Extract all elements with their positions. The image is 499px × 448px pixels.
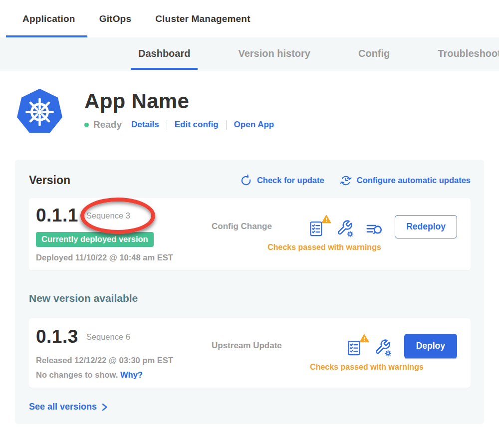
version-panel-header: Version Check for update — [29, 174, 471, 187]
refresh-icon — [240, 174, 252, 187]
nav-tab-label: Cluster Management — [155, 13, 250, 24]
version-row: 0.1.3 Sequence 6 — [36, 325, 212, 348]
subnav-tab-config[interactable]: Config — [358, 37, 390, 70]
preflight-checks-icon[interactable] — [308, 216, 328, 237]
subnav-tab-dashboard[interactable]: Dashboard — [138, 37, 190, 70]
action-row: Upstream Update — [212, 334, 457, 358]
nav-tab-gitops[interactable]: GitOps — [99, 0, 132, 37]
subnav-tab-version-history[interactable]: Version history — [238, 37, 310, 70]
details-link[interactable]: Details — [131, 120, 159, 130]
config-wrench-icon[interactable] — [374, 335, 394, 357]
view-files-icon[interactable] — [365, 216, 385, 237]
admin-console-page: Application GitOps Cluster Management Da… — [0, 0, 499, 448]
divider — [226, 120, 227, 130]
subnav-tab-label: Config — [358, 48, 390, 59]
kubernetes-logo-icon — [14, 86, 65, 138]
status-dot-icon — [84, 123, 89, 127]
deployed-timestamp: Deployed 11/10/22 @ 10:48 am EST — [36, 253, 212, 262]
check-for-update-label: Check for update — [257, 176, 324, 185]
edit-config-link[interactable]: Edit config — [175, 120, 219, 130]
preflight-status-text: Checks passed with warnings — [244, 363, 490, 372]
version-icon-group — [346, 335, 394, 357]
nav-tab-label: Application — [22, 13, 75, 24]
app-header: App Name Ready Details Edit config Open … — [0, 70, 499, 138]
subnav-tab-label: Troubleshoot — [438, 48, 499, 59]
app-status-row: Ready Details Edit config Open App — [84, 119, 274, 130]
sequence-label: Sequence 6 — [86, 332, 130, 342]
version-number: 0.1.1 — [36, 205, 78, 226]
nav-tab-cluster-management[interactable]: Cluster Management — [155, 0, 250, 37]
schedule-update-icon — [339, 174, 352, 187]
available-version-actions: Upstream Update — [212, 325, 457, 380]
version-source-label: Upstream Update — [212, 341, 282, 351]
divider — [167, 120, 167, 130]
released-timestamp: Released 12/12/22 @ 03:30 pm EST — [36, 356, 212, 365]
why-link[interactable]: Why? — [120, 370, 143, 379]
nav-tab-label: GitOps — [99, 13, 132, 24]
configure-automatic-updates-link[interactable]: Configure automatic updates — [339, 174, 471, 187]
deploy-button[interactable]: Deploy — [404, 334, 457, 358]
current-version-card: 0.1.1 Sequence 3 Currently deployed vers… — [29, 198, 471, 270]
app-header-text: App Name Ready Details Edit config Open … — [84, 86, 274, 138]
currently-deployed-badge: Currently deployed version — [36, 232, 154, 247]
status-badge: Ready — [93, 119, 122, 130]
top-nav: Application GitOps Cluster Management — [0, 0, 499, 37]
configure-automatic-updates-label: Configure automatic updates — [357, 176, 471, 185]
sub-nav: Dashboard Version history Config Trouble… — [0, 37, 499, 70]
preflight-checks-icon[interactable] — [346, 335, 366, 357]
preflight-status-text: Checks passed with warnings — [202, 243, 447, 252]
version-title: Version — [29, 174, 70, 187]
chevron-right-icon — [101, 403, 108, 411]
see-all-versions-label: See all versions — [29, 402, 97, 412]
redeploy-button[interactable]: Redeploy — [395, 215, 457, 238]
open-app-link[interactable]: Open App — [234, 120, 274, 130]
version-actions: Check for update Configure automatic upd… — [240, 174, 471, 187]
version-source-label: Config Change — [212, 222, 272, 231]
version-number: 0.1.3 — [36, 326, 78, 347]
nav-tab-application[interactable]: Application — [22, 0, 75, 37]
no-changes-row: No changes to show. Why? — [36, 370, 212, 380]
version-panel: Version Check for update — [15, 160, 484, 424]
config-wrench-icon[interactable] — [336, 216, 356, 237]
available-version-card: 0.1.3 Sequence 6 Released 12/12/22 @ 03:… — [29, 318, 471, 388]
version-icon-group — [308, 216, 385, 237]
page-title: App Name — [84, 89, 274, 113]
no-changes-text: No changes to show. — [36, 370, 118, 379]
check-for-update-link[interactable]: Check for update — [240, 174, 324, 187]
current-version-actions: Config Change — [212, 204, 457, 262]
subnav-tab-troubleshoot[interactable]: Troubleshoot — [438, 37, 499, 70]
action-row: Config Change — [212, 215, 457, 238]
subnav-tab-label: Version history — [238, 48, 310, 59]
available-version-info: 0.1.3 Sequence 6 Released 12/12/22 @ 03:… — [36, 325, 212, 380]
warning-triangle-icon — [359, 334, 369, 343]
sequence-label: Sequence 3 — [86, 211, 130, 221]
new-version-heading: New version available — [29, 292, 471, 304]
warning-triangle-icon — [321, 215, 331, 224]
see-all-versions-link[interactable]: See all versions — [29, 402, 108, 412]
subnav-tab-label: Dashboard — [138, 48, 190, 59]
version-row: 0.1.1 Sequence 3 — [36, 204, 212, 227]
current-version-info: 0.1.1 Sequence 3 Currently deployed vers… — [36, 204, 212, 262]
